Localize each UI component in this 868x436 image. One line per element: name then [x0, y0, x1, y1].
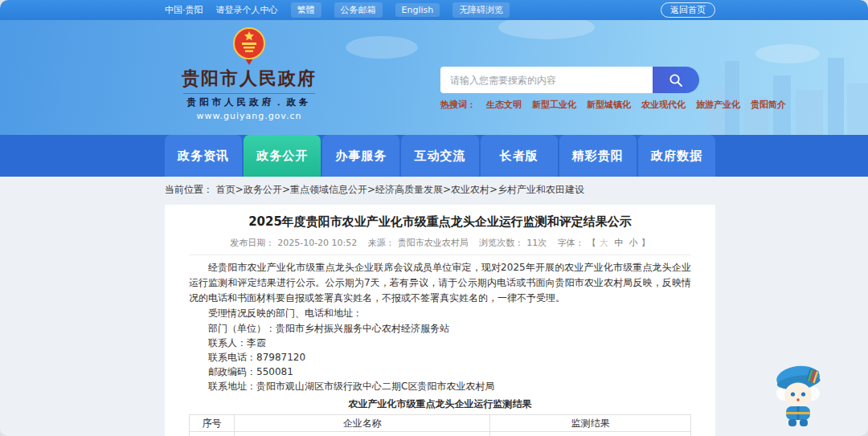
title-divider: [183, 93, 315, 94]
cloud-decoration: [346, 36, 418, 59]
contact-address: 联系地址：贵阳市观山湖区市级行政中心二期C区贵阳市农业农村局: [189, 379, 691, 393]
table-row: 1 贵州合力超市采购有限公司 合格: [190, 432, 691, 436]
top-utility-bar: 中国·贵阳 请登录个人中心 繁體 公务邮箱 English 无障碍浏览 返回首页: [0, 0, 868, 20]
skyline-decoration: [725, 61, 739, 135]
national-emblem-icon: [231, 26, 267, 65]
font-size-medium-button[interactable]: 中: [614, 238, 623, 248]
font-size-large-button[interactable]: 大: [600, 238, 608, 248]
contact-postcode: 邮政编码：550081: [189, 365, 691, 379]
article-meta: 发布日期：2025-10-20 10:52 来源：贵阳市农业农村局 浏览次数：1…: [189, 237, 691, 249]
site-subtitle: 贵阳市人民政府．政务: [169, 96, 330, 108]
font-size-small-button[interactable]: 小: [629, 238, 638, 248]
contact-person: 联系人：李霞: [189, 336, 691, 350]
col-header-result: 监测结果: [490, 415, 691, 432]
site-logo[interactable]: 贵阳市人民政府 贵阳市人民政府．政务 www.guiyang.gov.cn: [169, 26, 330, 121]
topbar-item-login-center[interactable]: 请登录个人中心: [216, 4, 278, 16]
article-paragraph: 受理情况反映的部门、电话和地址：: [189, 306, 691, 321]
skyline-decoration: [847, 84, 868, 135]
assistant-mascot[interactable]: [765, 360, 831, 432]
topbar-item-traditional-chinese[interactable]: 繁體: [291, 2, 321, 18]
article-paragraph: 经贵阳市农业产业化市级重点龙头企业联席会议成员单位审定，现对2025年开展的农业…: [189, 260, 691, 306]
cell-serial: 1: [190, 432, 235, 436]
publish-date-value: 2025-10-20 10:52: [277, 238, 357, 248]
topbar-item-english[interactable]: English: [395, 3, 440, 17]
nav-tab-banshi-fuwu[interactable]: 办事服务: [322, 135, 399, 177]
nav-tab-zhengwu-zixun[interactable]: 政务资讯: [165, 135, 242, 177]
topbar-item-official-mail[interactable]: 公务邮箱: [334, 2, 383, 18]
hot-word-link[interactable]: 贵阳简介: [751, 99, 786, 111]
nav-tab-jingcai-guiyang[interactable]: 精彩贵阳: [559, 135, 637, 177]
site-title: 贵阳市人民政府: [169, 67, 330, 91]
cell-company: 贵州合力超市采购有限公司: [235, 432, 490, 436]
hot-word-link[interactable]: 新型城镇化: [587, 99, 631, 111]
contact-department: 部门（单位）：贵阳市乡村振兴服务中心农村经济服务站: [189, 321, 691, 336]
search-button[interactable]: [653, 67, 699, 93]
contact-phone: 联系电话：87987120: [189, 350, 691, 365]
search-icon: [668, 72, 684, 88]
views-value: 11次: [526, 238, 547, 248]
topbar-item-china-guiyang[interactable]: 中国·贵阳: [165, 4, 203, 16]
breadcrumb-path[interactable]: 首页>政务公开>重点领域信息公开>经济高质量发展>农业农村>乡村产业和农田建设: [216, 184, 584, 195]
assistant-mascot-icon: [765, 360, 831, 429]
article-title: 2025年度贵阳市农业产业化市级重点龙头企业运行监测和评定结果公示: [189, 214, 691, 230]
table-header-row: 序号 企业名称 监测结果: [190, 415, 691, 432]
font-size-label: 字体：: [558, 238, 584, 248]
monitoring-result-table: 序号 企业名称 监测结果 1 贵州合力超市采购有限公司 合格 2 贵州友禾种业有…: [189, 414, 691, 436]
nav-tab-zhangzheban[interactable]: 长者版: [481, 135, 558, 177]
nav-tab-zhengwu-gongkai[interactable]: 政务公开: [244, 135, 321, 177]
source-label: 来源：: [368, 238, 395, 248]
table-caption: 农业产业化市级重点龙头企业运行监测结果: [189, 397, 691, 411]
skyline-decoration: [828, 58, 844, 135]
breadcrumb: 当前位置： 首页>政务公开>重点领域信息公开>经济高质量发展>农业农村>乡村产业…: [165, 183, 584, 197]
cloud-decoration: [755, 44, 820, 63]
hot-word-link[interactable]: 新型工业化: [532, 99, 576, 111]
col-header-serial: 序号: [190, 415, 235, 432]
site-url: www.guiyang.gov.cn: [169, 111, 330, 121]
cloud-decoration: [498, 20, 595, 39]
search-area: 热搜词： 生态文明 新型工业化 新型城镇化 农业现代化 旅游产业化 贵阳简介: [440, 67, 699, 111]
article-card: 2025年度贵阳市农业产业化市级重点龙头企业运行监测和评定结果公示 发布日期：2…: [165, 205, 715, 436]
page: 中国·贵阳 请登录个人中心 繁體 公务邮箱 English 无障碍浏览 返回首页: [0, 0, 868, 436]
hot-search-label: 热搜词：: [440, 99, 476, 111]
bracket: 【: [588, 238, 596, 248]
publish-date-label: 发布日期：: [230, 238, 274, 248]
meta-divider: [189, 255, 691, 255]
col-header-company: 企业名称: [235, 415, 490, 432]
hot-word-link[interactable]: 农业现代化: [641, 99, 686, 111]
header-banner: 贵阳市人民政府 贵阳市人民政府．政务 www.guiyang.gov.cn 热搜…: [0, 20, 868, 135]
topbar-item-accessibility[interactable]: 无障碍浏览: [452, 2, 510, 18]
views-label: 浏览次数：: [479, 238, 523, 248]
cell-result: 合格: [490, 432, 691, 436]
nav-tab-hudong-jiaoliu[interactable]: 互动交流: [401, 135, 478, 177]
skyline-decoration: [796, 90, 823, 135]
bracket: 】: [641, 238, 650, 248]
breadcrumb-label: 当前位置：: [165, 184, 213, 195]
hot-word-link[interactable]: 生态文明: [486, 99, 522, 111]
search-input[interactable]: [440, 67, 653, 93]
main-nav: 政务资讯 政务公开 办事服务 互动交流 长者版 精彩贵阳 政府数据: [0, 135, 868, 177]
return-home-button[interactable]: 返回首页: [661, 2, 715, 18]
hot-search-words: 热搜词： 生态文明 新型工业化 新型城镇化 农业现代化 旅游产业化 贵阳简介: [440, 99, 699, 111]
nav-tab-zhengfu-shuju[interactable]: 政府数据: [638, 135, 715, 177]
source-value: 贵阳市农业农村局: [398, 238, 469, 248]
hot-word-link[interactable]: 旅游产业化: [696, 99, 740, 111]
